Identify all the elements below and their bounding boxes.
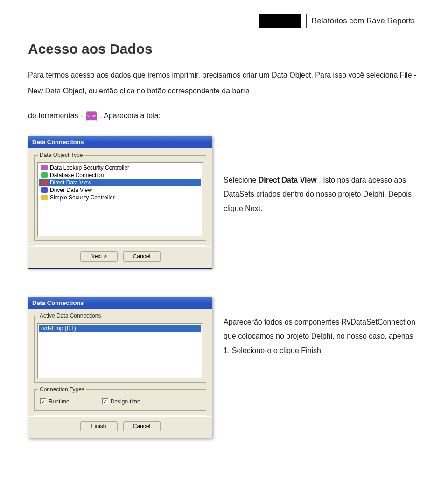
header-black-box [259, 14, 301, 28]
direct-data-view-icon [41, 180, 48, 185]
checkbox-icon: ✓ [102, 398, 108, 404]
list-item-label: Driver Data View [50, 187, 92, 193]
list-item-label: Direct Data View [50, 179, 91, 186]
list-item[interactable]: Data Lookup Security Controller [39, 164, 201, 171]
finish-button[interactable]: Finish [80, 421, 118, 431]
intro-paragraph-1: Para termos acesso aos dados que iremos … [28, 67, 420, 99]
list-item[interactable]: Database Connection [39, 171, 201, 179]
page-root: Relatórios com Rave Reports Acesso aos D… [0, 0, 448, 453]
dialog2-button-row: Finish Cancel [28, 416, 212, 438]
aside-1: Selecione Direct Data View . Isto nos da… [224, 173, 420, 216]
page-header: Relatórios com Rave Reports [28, 14, 420, 28]
connection-types-group: Connection Types ✓ Runtime ✓ Design-time [34, 389, 206, 411]
checkbox-icon: ✓ [40, 398, 46, 404]
list-item-label: rvdsEmp (DT) [41, 325, 76, 332]
intro2-prefix: de ferramentas - [28, 112, 85, 120]
dialog1-groupbox: Data Object Type Data Lookup Security Co… [34, 155, 206, 241]
list-item-label: Simple Security Controller [50, 194, 115, 201]
cancel-button[interactable]: Cancel [123, 421, 161, 431]
intro2-suffix: . Aparecerá a tela: [100, 112, 161, 120]
aside1-bold: Direct Data View [259, 176, 317, 184]
aside1-prefix: Selecione [224, 176, 259, 184]
list-item-label: Data Lookup Security Controller [50, 164, 129, 171]
dialog1-row: Data Connections Data Object Type Data L… [28, 136, 420, 269]
header-title: Relatórios com Rave Reports [306, 14, 420, 28]
database-icon [41, 172, 48, 178]
dialog2-titlebar: Data Connections [28, 297, 212, 309]
lock-icon [41, 195, 48, 200]
dialog2-group-label: Active Data Connections [38, 312, 102, 319]
dialog1-group-label: Data Object Type [38, 152, 84, 158]
next-button[interactable]: Next > [80, 251, 118, 262]
dialog1-button-row: Next > Cancel [28, 246, 212, 268]
list-item-label: Database Connection [50, 172, 104, 178]
dialog2-groupbox: Active Data Connections rvdsEmp (DT) [34, 316, 206, 383]
driver-data-view-icon [41, 187, 48, 193]
list-item[interactable]: Simple Security Controller [39, 194, 201, 201]
dialog1-titlebar: Data Connections [28, 136, 212, 148]
toolbar-view-icon: VIEW [86, 111, 97, 121]
data-object-type-list[interactable]: Data Lookup Security Controller Database… [37, 162, 203, 237]
list-item[interactable]: Driver Data View [39, 186, 201, 194]
active-data-connections-list[interactable]: rvdsEmp (DT) [37, 323, 203, 379]
connection-types-row: ✓ Runtime ✓ Design-time [38, 395, 202, 407]
lock-icon [41, 165, 48, 170]
intro-paragraph-2: de ferramentas - VIEW . Aparecerá a tela… [28, 108, 420, 124]
dialog-data-connections-2: Data Connections Active Data Connections… [28, 297, 212, 438]
aside-2: Aparecerão todos os componentes RvDataSe… [224, 315, 420, 358]
dialog-data-connections-1: Data Connections Data Object Type Data L… [28, 136, 212, 269]
connection-types-label: Connection Types [38, 386, 86, 393]
runtime-checkbox[interactable]: ✓ Runtime [40, 398, 70, 405]
designtime-checkbox[interactable]: ✓ Design-time [102, 398, 140, 405]
section-title: Acesso aos Dados [28, 41, 420, 57]
cancel-button[interactable]: Cancel [123, 251, 161, 262]
list-item[interactable]: rvdsEmp (DT) [39, 325, 201, 332]
dialog2-row: Data Connections Active Data Connections… [28, 297, 420, 438]
toolbar-view-icon-label: VIEW [86, 112, 97, 121]
list-item[interactable]: Direct Data View [39, 179, 201, 186]
